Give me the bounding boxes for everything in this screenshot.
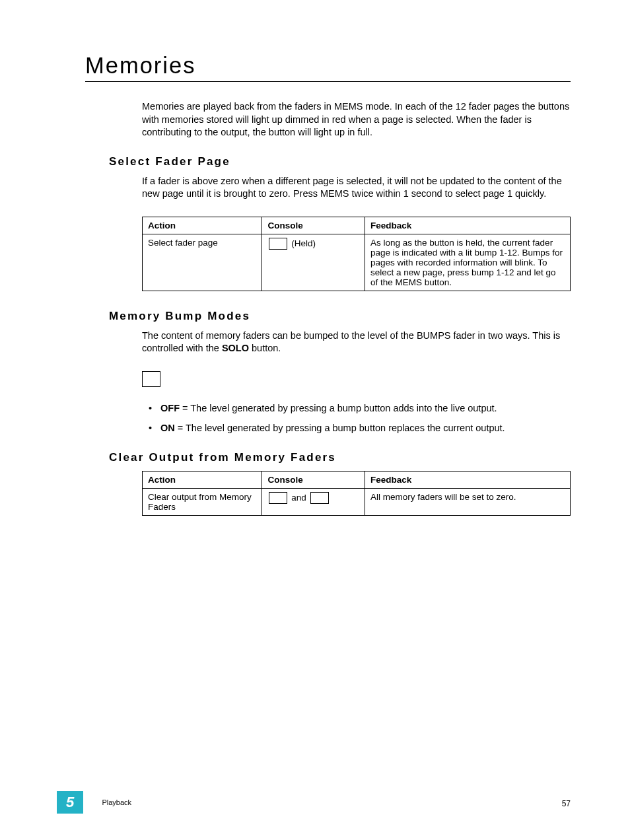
and-label: and: [291, 492, 306, 502]
bump-body-pre: The content of memory faders can be bump…: [142, 330, 560, 354]
solo-bold: SOLO: [222, 343, 249, 353]
button-icon: [310, 492, 329, 504]
list-item: OFF = The level generated by pressing a …: [160, 402, 571, 415]
th-feedback: Feedback: [365, 217, 570, 234]
off-label: OFF: [160, 403, 180, 413]
page-footer: 5 Playback 57: [0, 791, 630, 814]
button-icon: [269, 238, 287, 250]
chapter-number-box: 5: [57, 791, 83, 814]
intro-paragraph: Memories are played back from the faders…: [142, 100, 571, 139]
th-console: Console: [262, 217, 365, 234]
clear-output-table: Action Console Feedback Clear output fro…: [142, 471, 571, 516]
memory-bump-modes-heading: Memory Bump Modes: [109, 310, 571, 323]
td-action: Select fader page: [143, 234, 262, 291]
page-number: 57: [562, 799, 571, 808]
on-text: = The level generated by pressing a bump…: [175, 423, 505, 433]
on-label: ON: [160, 423, 175, 433]
held-label: (Held): [291, 238, 316, 248]
table-row: Clear output from Memory Faders and All …: [143, 488, 571, 515]
td-console-2: and: [262, 488, 365, 515]
th-action: Action: [143, 217, 262, 234]
select-fader-page-table: Action Console Feedback Select fader pag…: [142, 217, 571, 291]
select-fader-page-heading: Select Fader Page: [109, 155, 571, 168]
page-title: Memories: [85, 53, 571, 79]
td-feedback-2: All memory faders will be set to zero.: [365, 488, 570, 515]
solo-button-icon: [142, 371, 160, 387]
th-console-2: Console: [262, 471, 365, 488]
list-item: ON = The level generated by pressing a b…: [160, 421, 571, 435]
clear-output-heading: Clear Output from Memory Faders: [109, 451, 571, 464]
td-console: (Held): [262, 234, 365, 291]
td-action-2: Clear output from Memory Faders: [143, 488, 262, 515]
memory-bump-modes-body: The content of memory faders can be bump…: [142, 330, 571, 355]
button-icon: [269, 492, 287, 504]
bump-body-post: button.: [249, 343, 281, 353]
th-feedback-2: Feedback: [365, 471, 570, 488]
td-feedback: As long as the button is held, the curre…: [365, 234, 570, 291]
bump-modes-list: OFF = The level generated by pressing a …: [76, 402, 571, 435]
off-text: = The level generated by pressing a bump…: [180, 403, 497, 413]
footer-section-label: Playback: [102, 798, 131, 806]
select-fader-page-body: If a fader is above zero when a differen…: [142, 175, 571, 201]
th-action-2: Action: [143, 471, 262, 488]
table-row: Select fader page (Held) As long as the …: [143, 234, 571, 291]
